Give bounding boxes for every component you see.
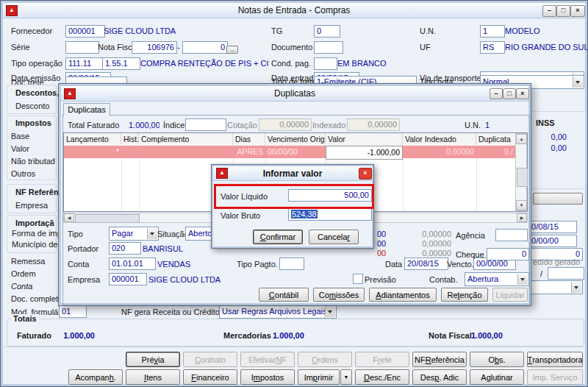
- tg-field[interactable]: 0: [314, 25, 340, 38]
- grid-header[interactable]: Hist.: [121, 133, 139, 145]
- nota-fiscal-field[interactable]: 106976: [132, 41, 177, 54]
- scroll-thumb[interactable]: [517, 168, 528, 187]
- contab-select[interactable]: Abertura: [465, 272, 529, 286]
- minimize-icon[interactable]: –: [490, 88, 503, 99]
- tipo-pagto-field[interactable]: [279, 258, 304, 270]
- close-icon[interactable]: ×: [359, 168, 372, 180]
- efetivar-nf-button[interactable]: Efetivar NF: [240, 352, 295, 367]
- cotacao-field: 0,00000: [259, 118, 312, 131]
- grid-header[interactable]: Valor: [326, 133, 403, 145]
- informar-titlebar[interactable]: ▲ Informar valor: [213, 166, 372, 181]
- nota-fiscal-sub-field[interactable]: 0: [182, 41, 228, 54]
- maximize-icon[interactable]: □: [503, 88, 516, 99]
- conta-label: Conta: [11, 282, 32, 291]
- imp-servico-button[interactable]: Imp. Serviço: [527, 369, 583, 385]
- acompanh-button[interactable]: Acompanh.: [68, 369, 123, 385]
- agencia-field[interactable]: [495, 229, 528, 241]
- empresa-code-field[interactable]: 000001: [109, 273, 147, 285]
- maximize-icon[interactable]: □: [556, 5, 570, 17]
- scroll-thumb[interactable]: [75, 214, 140, 223]
- grid-header[interactable]: Complemento: [139, 133, 233, 145]
- tab-duplicatas[interactable]: Duplicatas: [63, 103, 110, 116]
- tipo-select[interactable]: Pagar: [109, 227, 159, 241]
- un-field[interactable]: 1: [480, 25, 505, 38]
- cell-vencimento[interactable]: 00/00/00: [265, 146, 326, 158]
- valor-bruto-field[interactable]: 524,38: [288, 208, 372, 221]
- chevron-down-icon: [325, 306, 335, 317]
- pedido-field[interactable]: [548, 267, 584, 280]
- uf-field[interactable]: RS: [480, 41, 505, 54]
- right-data-field[interactable]: 20/08/15: [524, 221, 577, 233]
- grid-header[interactable]: Vencimento Orig.: [265, 133, 326, 145]
- scroll-up-icon[interactable]: ▲: [516, 134, 527, 144]
- nf-gera-select[interactable]: Usar Regras Arquivos Legais: [219, 305, 337, 319]
- mod-formulario-field[interactable]: 01: [59, 305, 87, 318]
- data-field[interactable]: 20/08/15: [404, 258, 448, 270]
- previsao-checkbox[interactable]: [353, 274, 363, 284]
- grid-header[interactable]: Duplicata: [476, 133, 515, 145]
- confirmar-button[interactable]: Confirmar: [253, 230, 303, 244]
- table-row-selected[interactable]: * APRES 00/00/00 -1.000,00 0,00000 0 /: [64, 146, 515, 158]
- documento-field[interactable]: [314, 41, 343, 54]
- minimize-icon[interactable]: –: [542, 5, 556, 17]
- transportadora-button[interactable]: Transportadora: [527, 352, 583, 367]
- previa-button[interactable]: Prévia: [126, 352, 180, 367]
- cell-duplicata[interactable]: 0 /: [476, 146, 515, 158]
- duplicatas-titlebar[interactable]: ▲ Duplicatas: [61, 86, 528, 102]
- retencao-button[interactable]: Retenção: [441, 288, 488, 302]
- conta-code-field[interactable]: 01.01.01: [109, 258, 156, 270]
- scroll-down-icon[interactable]: ▼: [516, 200, 527, 210]
- cell-dias[interactable]: APRES: [233, 146, 265, 158]
- cheque-field[interactable]: 0: [487, 248, 529, 260]
- informar-title: Informar valor: [213, 168, 372, 179]
- desc-enc-button[interactable]: Desc./Enc: [355, 369, 409, 385]
- scroll-left-icon[interactable]: ◀: [64, 213, 74, 222]
- valor-indexado-zero: 0,00000: [407, 230, 451, 239]
- close-icon[interactable]: ×: [570, 5, 585, 17]
- fornecedor-name: SIGE CLOUD LTDA: [104, 26, 176, 36]
- cond-pag-desc: EM BRANCO: [337, 59, 387, 68]
- imprimir-menu-button[interactable]: ▼: [340, 369, 352, 385]
- adiantamentos-button[interactable]: Adiantamentos: [369, 288, 437, 302]
- impostos-button[interactable]: Impostos: [240, 369, 295, 385]
- empresa-dialog-label: Empresa: [68, 275, 100, 285]
- hidden-right-button[interactable]: [533, 193, 583, 205]
- right-combo[interactable]: [523, 280, 583, 294]
- main-titlebar[interactable]: ▲ Notas de Entrada - Compras: [3, 3, 585, 18]
- tipo-operacao-code2-field[interactable]: 1.55.1: [102, 57, 140, 70]
- indice-field[interactable]: [185, 118, 226, 131]
- imprimir-button[interactable]: Imprimir: [298, 369, 340, 385]
- ordens-button[interactable]: Ordens: [298, 352, 352, 367]
- cond-pag-field[interactable]: [314, 57, 337, 70]
- desp-adic-button[interactable]: Desp. Adic: [412, 369, 467, 385]
- cell-lancamento[interactable]: *: [64, 146, 121, 158]
- fornecedor-code-field[interactable]: 000001: [65, 25, 105, 38]
- contabil-button[interactable]: Contábil: [259, 288, 309, 302]
- inss-header: INSS: [536, 118, 555, 128]
- grid-header[interactable]: Valor Indexado: [403, 133, 476, 145]
- tipo-operacao-code1-field[interactable]: 111.11: [65, 57, 104, 70]
- itens-button[interactable]: Itens: [126, 369, 180, 385]
- serie-field[interactable]: [65, 41, 99, 54]
- scroll-right-icon[interactable]: ▶: [517, 213, 527, 222]
- cell-valor-indexado[interactable]: 0,00000: [403, 146, 476, 158]
- frete-button[interactable]: Frete: [355, 352, 409, 367]
- liquidar-button[interactable]: Liquidar: [492, 288, 528, 302]
- cell-valor-edit[interactable]: -1.000,00: [326, 146, 403, 160]
- financeiro-button[interactable]: Financeiro: [183, 369, 237, 385]
- grid-header[interactable]: Dias: [233, 133, 265, 145]
- contrato-button[interactable]: Contrato: [183, 352, 237, 367]
- aglutinar-button[interactable]: Aglutinar: [470, 369, 524, 385]
- obs-button[interactable]: Obs.: [470, 352, 524, 367]
- right-vencto-field[interactable]: 00/00/00: [524, 235, 577, 247]
- portador-code-field[interactable]: 020: [109, 242, 141, 255]
- chevron-down-icon: [571, 282, 581, 293]
- valor-liquido-field[interactable]: 500,00: [288, 189, 372, 202]
- grid-vscrollbar[interactable]: ▲ ▼: [515, 133, 527, 211]
- grid-header[interactable]: Lançamento: [64, 133, 121, 145]
- comissoes-button[interactable]: Comissões: [313, 288, 365, 302]
- nota-fiscal-more-button[interactable]: ...: [226, 46, 238, 54]
- cancelar-button[interactable]: Cancelar: [309, 230, 359, 244]
- nf-referencia-button[interactable]: NF Referência: [412, 352, 467, 367]
- close-icon[interactable]: ×: [516, 88, 529, 99]
